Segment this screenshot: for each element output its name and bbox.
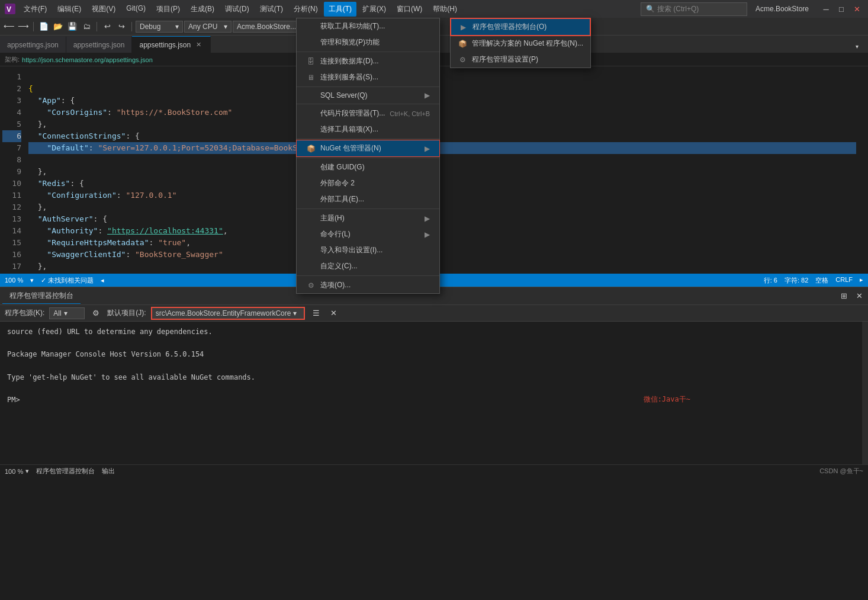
tab-1[interactable]: appsettings.json xyxy=(0,36,66,53)
menu-file[interactable]: 文件(F) xyxy=(19,2,52,17)
schema-url[interactable]: https://json.schemastore.org/appsettings… xyxy=(22,56,153,63)
tab-scroll-right[interactable]: ▾ xyxy=(850,40,863,53)
minimize-btn[interactable]: ─ xyxy=(819,2,832,15)
col-num: 字符: 82 xyxy=(785,276,808,285)
menu-test[interactable]: 测试(T) xyxy=(255,2,288,17)
toolbar-redo[interactable]: ↪ xyxy=(115,20,128,33)
schema-prefix: 架构: xyxy=(5,55,20,64)
tools-sql-server[interactable]: SQL Server(Q) ▶ xyxy=(297,88,439,102)
toolbar-save[interactable]: 💾 xyxy=(66,20,79,33)
tools-toolbox[interactable]: 选择工具箱项(X)... xyxy=(297,121,439,137)
toolbar-forward[interactable]: ⟶ xyxy=(17,20,30,33)
bottom-panel-float[interactable]: ⊞ xyxy=(837,290,850,303)
editor-scrollbar[interactable] xyxy=(861,66,868,274)
bottom-output-label[interactable]: 输出 xyxy=(102,467,115,476)
toolbar-new[interactable]: 📄 xyxy=(37,20,50,33)
menu-view[interactable]: 视图(V) xyxy=(87,2,120,17)
tools-customize[interactable]: 自定义(C)... xyxy=(297,258,439,274)
bottom-tabs-label[interactable]: 程序包管理器控制台 xyxy=(36,467,95,476)
toolbar-undo[interactable]: ↩ xyxy=(101,20,114,33)
platform-dropdown[interactable]: Any CPU ▾ xyxy=(184,21,232,33)
menu-analyze[interactable]: 分析(N) xyxy=(289,2,323,17)
tools-theme[interactable]: 主题(H) ▶ xyxy=(297,210,439,226)
bottom-scrollbar[interactable] xyxy=(862,322,868,464)
cmdline-arrow: ▶ xyxy=(425,230,430,239)
menu-extensions[interactable]: 扩展(X) xyxy=(358,2,391,17)
tools-create-guid-label: 创建 GUID(G) xyxy=(320,162,365,172)
tools-snippet-manager[interactable]: 代码片段管理器(T)... Ctrl+K, Ctrl+B xyxy=(297,105,439,121)
nuget-console[interactable]: ▶ 程序包管理器控制台(O) xyxy=(451,18,590,36)
nuget-settings[interactable]: ⚙ 程序包管理器设置(P) xyxy=(451,52,590,68)
bottom-panel-close[interactable]: ✕ xyxy=(853,290,866,303)
bottom-status-bar: 100 % ▾ 程序包管理器控制台 输出 CSDN @鱼干~ xyxy=(0,464,868,477)
pkg-clear-btn[interactable]: ✕ xyxy=(327,307,340,320)
menu-build[interactable]: 生成(B) xyxy=(186,2,219,17)
console-prompt: PM> xyxy=(7,394,855,406)
menu-git[interactable]: Git(G) xyxy=(121,2,150,17)
tools-create-guid[interactable]: 创建 GUID(G) xyxy=(297,159,439,175)
toolbar-save-all[interactable]: 🗂 xyxy=(80,20,93,33)
tools-options[interactable]: ⚙ 选项(O)... xyxy=(297,277,439,293)
menu-sep-7 xyxy=(297,275,439,276)
menu-project[interactable]: 项目(P) xyxy=(152,2,185,17)
menu-bar: 文件(F) 编辑(E) 视图(V) Git(G) 项目(P) 生成(B) 调试(… xyxy=(19,2,637,17)
console-line-6 xyxy=(7,383,855,394)
toolbar-open[interactable]: 📂 xyxy=(52,20,65,33)
tab-3-close[interactable]: ✕ xyxy=(194,40,203,49)
nuget-arrow: ▶ xyxy=(425,145,430,153)
tools-options-label: 选项(O)... xyxy=(320,280,351,290)
tools-snippet-label: 代码片段管理器(T)... xyxy=(320,108,385,118)
editor-code[interactable]: { "App": { "CorsOrigins": "https://*.Boo… xyxy=(24,66,861,274)
tools-cmdline-label: 命令行(L) xyxy=(320,229,351,239)
tools-connect-server-label: 连接到服务器(S)... xyxy=(320,72,378,82)
tab-2[interactable]: appsettings.json xyxy=(66,36,133,53)
tools-cmdline[interactable]: 命令行(L) ▶ xyxy=(297,226,439,242)
toolbar-back[interactable]: ⟵ xyxy=(2,20,15,33)
tools-import-export-label: 导入和导出设置(I)... xyxy=(320,245,382,255)
tools-nuget[interactable]: 📦 NuGet 包管理器(N) ▶ xyxy=(297,140,439,156)
tools-external-tools-label: 外部工具(E)... xyxy=(320,194,364,204)
scroll-right[interactable]: ▸ xyxy=(860,276,863,285)
svg-text:V: V xyxy=(7,5,11,14)
toolbar-sep-2 xyxy=(97,22,97,31)
nuget-manage-solution[interactable]: 📦 管理解决方案的 NuGet 程序包(N)... xyxy=(451,36,590,52)
tools-external-cmd2[interactable]: 外部命令 2 xyxy=(297,175,439,191)
console-line-1: source (feed) URL to determine any depen… xyxy=(7,326,855,338)
menu-sep-3 xyxy=(297,104,439,104)
tools-menu[interactable]: 获取工具和功能(T)... 管理和预览(P)功能 🗄 连接到数据库(D)... … xyxy=(296,18,440,294)
menu-tools[interactable]: 工具(T) xyxy=(324,2,356,17)
default-project-dropdown[interactable]: src\Acme.BookStore.EntityFrameworkCore ▾ xyxy=(151,307,305,320)
pkg-settings-btn[interactable]: ⚙ xyxy=(89,307,102,320)
bottom-console[interactable]: source (feed) URL to determine any depen… xyxy=(0,322,862,464)
menu-sep-2 xyxy=(297,86,439,87)
menu-sep-4 xyxy=(297,139,439,139)
menu-help[interactable]: 帮助(H) xyxy=(428,2,462,17)
tools-manage-label: 管理和预览(P)功能 xyxy=(320,37,380,47)
title-bar: V 文件(F) 编辑(E) 视图(V) Git(G) 项目(P) 生成(B) 调… xyxy=(0,0,868,18)
tools-external-cmd2-label: 外部命令 2 xyxy=(320,178,355,188)
nuget-submenu[interactable]: ▶ 程序包管理器控制台(O) 📦 管理解决方案的 NuGet 程序包(N)...… xyxy=(450,18,591,68)
options-icon: ⚙ xyxy=(306,281,316,290)
menu-sep-5 xyxy=(297,158,439,158)
tools-import-export[interactable]: 导入和导出设置(I)... xyxy=(297,242,439,258)
pkg-source-dropdown[interactable]: All ▾ xyxy=(49,307,85,319)
tools-manage-preview[interactable]: 管理和预览(P)功能 xyxy=(297,34,439,50)
menu-debug[interactable]: 调试(D) xyxy=(220,2,254,17)
console-icon: ▶ xyxy=(458,23,468,31)
menu-edit[interactable]: 编辑(E) xyxy=(53,2,86,17)
tab-3[interactable]: appsettings.json ✕ xyxy=(132,36,211,53)
chevron-down-icon: ▾ xyxy=(293,309,297,317)
search-box[interactable]: 🔍 搜索 (Ctrl+Q) xyxy=(641,2,747,16)
pkg-list-btn[interactable]: ☰ xyxy=(310,307,323,320)
server-icon: 🖥 xyxy=(306,73,316,82)
console-line-2 xyxy=(7,338,855,349)
menu-window[interactable]: 窗口(W) xyxy=(392,2,427,17)
tools-external-tools[interactable]: 外部工具(E)... xyxy=(297,191,439,207)
debug-mode-dropdown[interactable]: Debug ▾ xyxy=(136,21,183,33)
tools-connect-server[interactable]: 🖥 连接到服务器(S)... xyxy=(297,69,439,85)
scroll-left[interactable]: ◂ xyxy=(101,277,104,284)
tools-get-tools[interactable]: 获取工具和功能(T)... xyxy=(297,18,439,34)
close-btn[interactable]: ✕ xyxy=(850,2,863,15)
tools-connect-db[interactable]: 🗄 连接到数据库(D)... xyxy=(297,53,439,69)
maximize-btn[interactable]: □ xyxy=(835,2,848,15)
